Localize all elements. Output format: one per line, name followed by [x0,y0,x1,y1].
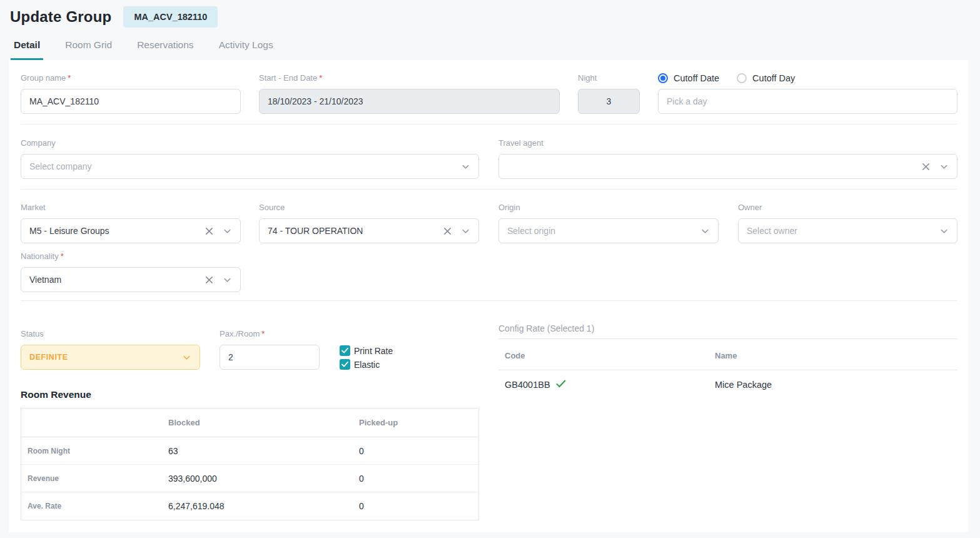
origin-placeholder: Select origin [507,226,555,236]
print-rate-label: Print Rate [354,346,393,356]
rate-name: Mice Package [715,380,772,390]
table-row: Revenue 393,600,000 0 [21,465,478,492]
market-value: M5 - Leisure Groups [29,226,109,236]
company-select[interactable]: Select company [21,154,479,179]
pax-room-label: Pax./Room* [220,329,320,339]
owner-field: Owner Select owner [738,203,957,243]
detail-form-panel: Group name* Start - End Date* Night Cuto… [9,60,968,532]
row-basic-info: Group name* Start - End Date* Night Cuto… [21,73,957,114]
clear-icon[interactable] [205,276,213,284]
name-column-header: Name [715,351,737,360]
required-mark: * [68,73,71,83]
title-row: Update Group MA_ACV_182110 [10,6,980,28]
company-placeholder: Select company [29,161,92,171]
rate-checkbox-group: Print Rate Elastic [340,345,393,370]
tab-reservations[interactable]: Reservations [134,39,196,60]
pax-room-field: Pax./Room* [220,329,320,370]
start-end-date-input[interactable] [259,89,560,114]
market-select[interactable]: M5 - Leisure Groups [21,218,241,243]
blocked-column-header: Blocked [168,418,359,427]
check-icon [556,380,566,390]
tab-activity-logs[interactable]: Activity Logs [216,39,276,60]
checkbox-checked-icon[interactable] [340,345,350,356]
owner-label: Owner [738,203,957,213]
status-select[interactable]: DEFINITE [21,345,200,370]
elastic-label: Elastic [354,360,380,370]
clear-icon[interactable] [443,227,452,235]
group-name-input[interactable] [21,89,241,114]
cutoff-radio-group: Cutoff Date Cutoff Day [658,73,957,83]
night-input[interactable] [578,89,640,114]
picked-up-value: 0 [359,474,478,484]
row-label: Ave. Rate [21,502,168,510]
row-company-agent: Company Select company Travel agent [21,138,957,179]
clear-icon[interactable] [205,227,213,235]
radio-unselected-icon[interactable] [737,73,747,83]
origin-select[interactable]: Select origin [498,218,719,243]
status-field: Status DEFINITE [21,329,200,370]
config-rate-title: Config Rate (Selected 1) [498,323,957,334]
pax-room-input[interactable] [220,345,320,370]
page-title: Update Group [10,8,111,26]
night-label: Night [578,73,640,83]
pick-a-day-input[interactable] [658,89,957,114]
rate-code: GB4001BB [505,380,550,390]
night-field: Night [578,73,640,114]
room-revenue-header-row: Blocked Picked-up [21,409,478,437]
market-label: Market [21,203,241,213]
chevron-down-icon[interactable] [223,226,232,236]
source-label: Source [259,203,479,213]
travel-agent-select[interactable] [498,154,957,179]
table-row[interactable]: GB4001BB Mice Package [498,370,957,390]
tab-room-grid[interactable]: Room Grid [62,39,115,60]
cutoff-date-radio-option[interactable]: Cutoff Date [658,73,719,83]
nationality-field: Nationality* Vietnam [21,251,241,292]
nationality-select[interactable]: Vietnam [21,267,241,292]
required-mark: * [319,73,322,83]
chevron-down-icon[interactable] [182,353,191,362]
start-end-date-field: Start - End Date* [259,73,560,114]
chevron-down-icon[interactable] [939,162,949,171]
room-revenue-table: Blocked Picked-up Room Night 63 0 Revenu… [21,408,479,520]
cutoff-field: Cutoff Date Cutoff Day [658,73,957,114]
chevron-down-icon[interactable] [461,162,470,171]
cutoff-date-radio-label: Cutoff Date [674,73,719,83]
source-field: Source 74 - TOUR OPERATION [259,203,479,243]
group-name-label: Group name* [21,73,241,83]
blocked-value: 6,247,619.048 [168,501,359,511]
room-revenue-title: Room Revenue [21,389,479,401]
chevron-down-icon[interactable] [461,226,470,236]
owner-select[interactable]: Select owner [738,218,957,243]
cutoff-day-radio-option[interactable]: Cutoff Day [737,73,795,83]
source-select[interactable]: 74 - TOUR OPERATION [259,218,479,243]
radio-selected-icon[interactable] [658,73,668,83]
table-row: Room Night 63 0 [21,437,478,465]
start-end-date-label: Start - End Date* [259,73,560,83]
status-pax-row: Status DEFINITE Pax./Room* [21,329,479,370]
chevron-down-icon[interactable] [939,226,949,236]
required-mark: * [61,251,64,261]
group-code-badge: MA_ACV_182110 [123,6,218,28]
tab-detail[interactable]: Detail [11,39,43,60]
market-field: Market M5 - Leisure Groups [21,203,241,243]
chevron-down-icon[interactable] [223,275,232,285]
status-label: Status [21,329,200,339]
picked-up-column-header: Picked-up [359,418,478,427]
checkbox-checked-icon[interactable] [340,359,350,370]
company-label: Company [21,138,479,148]
table-row: Ave. Rate 6,247,619.048 0 [21,492,478,520]
print-rate-checkbox-row[interactable]: Print Rate [340,345,393,356]
section-divider [21,189,957,190]
clear-icon[interactable] [922,163,930,171]
row-nationality: Nationality* Vietnam [21,251,957,292]
page-header: Update Group MA_ACV_182110 Detail Room G… [0,0,980,60]
status-revenue-column: Status DEFINITE Pax./Room* [21,301,479,520]
code-column-header: Code [505,351,715,360]
chevron-down-icon[interactable] [700,226,710,236]
elastic-checkbox-row[interactable]: Elastic [340,359,393,370]
status-value: DEFINITE [29,353,68,362]
nationality-label: Nationality* [21,251,241,261]
row-label: Room Night [21,447,168,455]
nationality-value: Vietnam [29,275,61,285]
source-value: 74 - TOUR OPERATION [268,226,363,236]
